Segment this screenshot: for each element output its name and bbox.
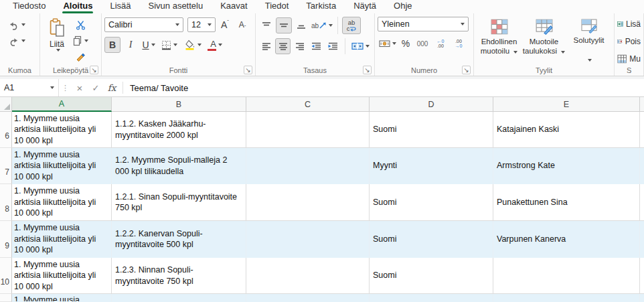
cell-F11[interactable]: [640, 294, 644, 302]
font-color-chevron[interactable]: [218, 44, 222, 46]
cell-D6[interactable]: Suomi: [370, 112, 493, 148]
fill-color-chevron[interactable]: [197, 44, 202, 46]
cell-A11[interactable]: 1. Myymme uusia arktisia liikuttelijoita…: [12, 294, 112, 302]
cell-F10[interactable]: [640, 258, 644, 294]
merge-chevron[interactable]: [366, 45, 370, 48]
align-left-button[interactable]: [258, 38, 274, 54]
wrap-text-button[interactable]: ab c: [342, 17, 361, 34]
cell-B9[interactable]: 1.2.2. Kanervan Sopuli- myyntitavoite 50…: [112, 221, 246, 258]
cell-B11[interactable]: [112, 294, 246, 302]
accounting-chevron[interactable]: [392, 42, 396, 45]
tab-aloitus[interactable]: Aloitus: [54, 0, 101, 13]
delete-cells-button[interactable]: Pois: [617, 34, 641, 49]
copy-button[interactable]: [72, 34, 88, 48]
row-header-8[interactable]: 8: [0, 184, 12, 221]
tab-tiedosto[interactable]: Tiedosto: [4, 0, 54, 13]
cell-F6[interactable]: [640, 112, 644, 148]
tab-tarkista[interactable]: Tarkista: [297, 0, 345, 13]
formula-input[interactable]: Teema/ Tavoite: [126, 83, 644, 93]
column-header-f-sliver[interactable]: [640, 97, 644, 112]
name-box[interactable]: A1: [0, 79, 59, 96]
cell-E6[interactable]: Katajainen Kaski: [493, 112, 640, 148]
cell-C8[interactable]: [246, 184, 370, 221]
font-name-combo[interactable]: Calibri: [104, 17, 183, 32]
cancel-button[interactable]: ×: [72, 82, 88, 94]
row-header-7[interactable]: 7: [0, 148, 12, 184]
column-header-d[interactable]: D: [370, 97, 493, 112]
cell-F7[interactable]: [640, 148, 644, 184]
align-center-button[interactable]: [275, 38, 291, 54]
cell-D10[interactable]: Suomi: [370, 258, 493, 294]
cell-C6[interactable]: [246, 112, 370, 148]
tab-nayta[interactable]: Näytä: [345, 0, 385, 13]
cell-B8[interactable]: 1.2.1. Sinan Sopuli-myyntitavoite 750 kp…: [112, 184, 246, 221]
increase-decimal-button[interactable]: ←0 .00: [432, 35, 449, 52]
font-dialog-launcher[interactable]: ↘: [244, 66, 252, 74]
name-box-chevron[interactable]: [50, 86, 54, 89]
enter-button[interactable]: ✓: [88, 83, 104, 93]
clipboard-dialog-launcher[interactable]: ↘: [90, 66, 98, 74]
tab-sivun-asettelu[interactable]: Sivun asettelu: [140, 0, 212, 13]
cell-F8[interactable]: [640, 184, 644, 221]
grow-font-button[interactable]: A ˆ: [217, 17, 233, 33]
cut-button[interactable]: [72, 18, 88, 31]
insert-function-button[interactable]: fx: [104, 82, 120, 93]
number-format-combo[interactable]: Yleinen: [378, 17, 469, 31]
cell-C10[interactable]: [246, 258, 370, 294]
undo-chevron[interactable]: [21, 23, 25, 26]
cell-D7[interactable]: Myynti: [370, 148, 493, 184]
percent-style-button[interactable]: %: [398, 35, 413, 52]
orientation-button[interactable]: ab: [311, 17, 333, 33]
cell-B6[interactable]: 1.1.2. Kasken Jääkarhu- myyntitavoite 20…: [112, 112, 246, 148]
copy-chevron[interactable]: [84, 40, 88, 42]
tab-kaavat[interactable]: Kaavat: [212, 0, 256, 13]
row-header-6[interactable]: 6: [0, 112, 12, 148]
cell-A7[interactable]: 1. Myymme uusia arktisia liikuttelijoita…: [12, 148, 112, 184]
cell-F9[interactable]: [640, 221, 644, 258]
cell-A6[interactable]: 1. Myymme uusia arktisia liikuttelijoita…: [12, 112, 112, 148]
cell-D8[interactable]: Suomi: [370, 184, 493, 221]
cell-C9[interactable]: [246, 221, 370, 258]
borders-button[interactable]: [159, 37, 180, 53]
paste-button[interactable]: Liitä: [43, 17, 71, 64]
font-size-combo[interactable]: 12: [187, 17, 216, 32]
alignment-dialog-launcher[interactable]: ↘: [363, 66, 372, 74]
align-bottom-button[interactable]: [293, 17, 309, 33]
underline-chevron[interactable]: [151, 44, 155, 46]
orientation-chevron[interactable]: [329, 24, 333, 27]
cell-A9[interactable]: 1. Myymme uusia arktisia liikuttelijoita…: [12, 221, 112, 258]
format-as-table-button[interactable]: Muotoile taulukoksi: [521, 17, 566, 64]
align-middle-button[interactable]: [276, 17, 292, 33]
tab-lisaa[interactable]: Lisää: [101, 0, 139, 13]
cell-E11[interactable]: [493, 294, 640, 302]
merge-center-button[interactable]: [349, 38, 372, 54]
tab-ohje[interactable]: Ohje: [385, 0, 420, 13]
insert-cells-button[interactable]: Lisä: [617, 17, 641, 31]
cell-A10[interactable]: 1. Myymme uusia arktisia liikuttelijoita…: [12, 258, 112, 294]
italic-button[interactable]: I: [123, 37, 139, 53]
font-color-button[interactable]: A: [206, 37, 227, 53]
cell-A8[interactable]: 1. Myymme uusia arktisia liikuttelijoita…: [12, 184, 112, 221]
underline-button[interactable]: U: [141, 37, 157, 53]
cell-B7[interactable]: 1.2. Myymme Sopuli-malleja 2 000 kpl til…: [112, 148, 246, 184]
format-painter-button[interactable]: [72, 50, 88, 64]
redo-button[interactable]: [8, 36, 19, 46]
number-dialog-launcher[interactable]: ↘: [462, 66, 471, 74]
format-cells-button[interactable]: Mu: [617, 52, 641, 66]
cell-E8[interactable]: Punakettunen Sina: [493, 184, 640, 221]
row-header-9[interactable]: 9: [0, 221, 12, 258]
cell-C11[interactable]: [246, 294, 370, 302]
cell-B10[interactable]: 1.2.3. Ninnan Sopuli- myyntitavoite 750 …: [112, 258, 246, 294]
accounting-format-button[interactable]: [378, 35, 398, 52]
column-header-c[interactable]: C: [246, 97, 370, 112]
select-all-button[interactable]: [0, 97, 12, 112]
paste-chevron[interactable]: [56, 49, 60, 52]
column-header-e[interactable]: E: [493, 97, 640, 112]
conditional-formatting-button[interactable]: Ehdollinen muotoilu: [477, 17, 521, 64]
redo-chevron[interactable]: [21, 40, 25, 42]
cell-E10[interactable]: [493, 258, 640, 294]
cell-E7[interactable]: Armstrong Kate: [493, 148, 640, 184]
row-header-11[interactable]: [0, 294, 12, 302]
decrease-decimal-button[interactable]: .00 →0: [450, 35, 467, 52]
undo-button[interactable]: [8, 20, 19, 30]
